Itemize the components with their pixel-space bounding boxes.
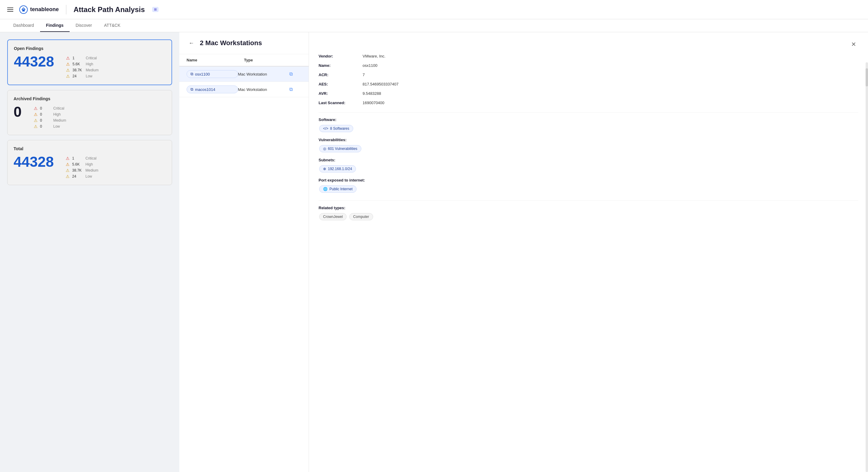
- stat-low-label: Low: [86, 74, 92, 78]
- modal-title: 2 Mac Workstations: [200, 39, 262, 47]
- page-badge: ⊞: [152, 7, 158, 12]
- subnets-badge[interactable]: ⊕ 192.168.1.0/24: [319, 165, 356, 172]
- total-stat-medium-count: 38.7K: [72, 168, 83, 172]
- software-badge-text: 8 Softwares: [330, 127, 349, 131]
- scrollbar-thumb[interactable]: [866, 68, 868, 87]
- detail-port-exposed: Port exposed to internet: 🌐 Public Inter…: [318, 178, 858, 193]
- related-types-badges: CrownJewel Computer: [318, 212, 374, 221]
- stat-medium-count: 38.7K: [72, 68, 83, 72]
- stat-high-count: 5.6K: [72, 62, 83, 66]
- col-name-header: Name: [187, 58, 244, 62]
- aes-value: 817.5469503337407: [363, 82, 398, 87]
- row1-name-cell: ⧉ osx1100: [187, 70, 238, 78]
- stat-low: ⚠ 24 Low: [66, 74, 98, 78]
- total-stat-medium: ⚠ 38.7K Medium: [66, 168, 98, 173]
- row2-name-cell: ⧉ macos1014: [187, 86, 238, 93]
- vendor-label: Vendor:: [318, 54, 358, 58]
- total-stat-high-count: 5.6K: [72, 162, 83, 166]
- related-types-label: Related types:: [318, 206, 358, 210]
- archived-stat-medium-label: Medium: [53, 118, 66, 123]
- row1-name: osx1100: [195, 72, 210, 76]
- tab-dashboard[interactable]: Dashboard: [7, 19, 40, 32]
- archived-stat-critical-count: 0: [40, 106, 51, 110]
- detail-software: Software: </> 8 Softwares: [318, 117, 858, 133]
- detail-subnets: Subnets: ⊕ 192.168.1.0/24: [318, 158, 858, 173]
- archived-warn-critical-icon: ⚠: [34, 106, 38, 111]
- node-badge-2: ⧉ macos1014: [187, 86, 238, 93]
- warn-critical-icon: ⚠: [66, 56, 70, 61]
- warn-medium-icon: ⚠: [66, 68, 70, 72]
- detail-name: Name: osx1100: [318, 63, 858, 68]
- archived-findings-card: Archived Findings 0 ⚠ 0 Critical ⚠ 0 Hig…: [7, 90, 172, 135]
- row1-type: Mac Workstation: [238, 72, 290, 76]
- row2-action[interactable]: ⧉: [289, 87, 301, 92]
- subnet-icon: ⊕: [323, 167, 326, 171]
- total-stat-medium-label: Medium: [85, 168, 98, 172]
- archived-findings-count: 0: [13, 104, 22, 120]
- related-type-1-badge[interactable]: CrownJewel: [319, 213, 347, 221]
- warn-high-icon: ⚠: [66, 62, 70, 67]
- total-findings-title: Total: [13, 146, 166, 151]
- tenable-logo-icon: [19, 5, 28, 14]
- modal-header: ← 2 Mac Workstations: [179, 32, 309, 54]
- vulnerabilities-badge[interactable]: ◎ 601 Vulnerabilities: [319, 145, 361, 152]
- menu-icon[interactable]: [7, 6, 14, 13]
- app-container: tenableone Attack Path Analysis ⊞ Dashbo…: [0, 0, 868, 472]
- table-row-1[interactable]: ⧉ osx1100 Mac Workstation ⧉: [179, 67, 309, 82]
- col-type-header: Type: [244, 58, 302, 62]
- port-exposed-label: Port exposed to internet:: [318, 178, 365, 182]
- total-findings-card: Total 44328 ⚠ 1 Critical ⚠ 5.6K High: [7, 140, 172, 185]
- stat-high-label: High: [86, 62, 93, 66]
- acr-label: ACR:: [318, 72, 358, 77]
- archived-warn-medium-icon: ⚠: [34, 118, 38, 123]
- total-warn-critical-icon: ⚠: [66, 156, 70, 161]
- total-findings-stats: ⚠ 1 Critical ⚠ 5.6K High ⚠ 38.7K Med: [66, 156, 98, 179]
- open-findings-title: Open Findings: [14, 46, 165, 51]
- subnets-value: 192.168.1.0/24: [328, 167, 352, 171]
- software-badge[interactable]: </> 8 Softwares: [319, 125, 353, 132]
- archived-stat-low-label: Low: [53, 124, 60, 129]
- archived-stat-critical-label: Critical: [53, 106, 64, 110]
- external-link-icon-2[interactable]: ⧉: [289, 87, 293, 92]
- related-type-1-text: CrownJewel: [323, 215, 343, 219]
- total-stat-critical-label: Critical: [85, 156, 96, 161]
- aes-label: AES:: [318, 82, 358, 87]
- open-findings-stats: ⚠ 1 Critical ⚠ 5.6K High ⚠ 38.7K Med: [66, 56, 98, 78]
- left-panel: Open Findings 44328 ⚠ 1 Critical ⚠ 5.6K …: [0, 32, 179, 472]
- port-exposed-value: Public Internet: [330, 187, 352, 191]
- node-icon-1: ⧉: [190, 72, 193, 76]
- archived-stat-medium-count: 0: [40, 118, 51, 123]
- detail-vendor: Vendor: VMware, Inc.: [318, 54, 858, 58]
- open-findings-count: 44328: [14, 53, 54, 70]
- row2-type: Mac Workstation: [238, 87, 290, 92]
- tab-attck[interactable]: ATT&CK: [98, 19, 126, 32]
- detail-acr: ACR: 7: [318, 72, 858, 77]
- total-findings-count: 44328: [13, 154, 54, 170]
- header: tenableone Attack Path Analysis ⊞: [0, 0, 868, 19]
- right-panel: Export Selected (0) → E w Path Priority …: [179, 32, 868, 472]
- close-button[interactable]: ✕: [849, 39, 858, 49]
- port-exposed-badge[interactable]: 🌐 Public Internet: [319, 186, 356, 193]
- stat-low-count: 24: [72, 74, 83, 78]
- row1-action[interactable]: ⧉: [289, 71, 301, 77]
- archived-stat-low-count: 0: [40, 124, 51, 129]
- scrollbar-track: [866, 62, 868, 472]
- related-type-2-badge[interactable]: Computer: [349, 213, 373, 221]
- modal-container: ← 2 Mac Workstations Name Type ⧉ osx: [179, 32, 868, 472]
- nav-tabs: Dashboard Findings Discover ATT&CK: [0, 19, 868, 32]
- stat-high: ⚠ 5.6K High: [66, 62, 98, 67]
- tab-findings[interactable]: Findings: [40, 19, 70, 32]
- total-stat-critical: ⚠ 1 Critical: [66, 156, 98, 161]
- code-icon: </>: [323, 127, 328, 131]
- name-label: Name:: [318, 63, 358, 68]
- external-link-icon-1[interactable]: ⧉: [289, 71, 293, 76]
- tab-discover[interactable]: Discover: [70, 19, 98, 32]
- software-label: Software:: [318, 117, 358, 122]
- detail-avr: AVR: 9.5483288: [318, 91, 858, 96]
- stat-critical-label: Critical: [86, 56, 97, 60]
- table-row-2[interactable]: ⧉ macos1014 Mac Workstation ⧉: [179, 82, 309, 97]
- back-button[interactable]: ←: [187, 38, 196, 48]
- total-stat-high: ⚠ 5.6K High: [66, 162, 98, 167]
- globe-icon: 🌐: [323, 187, 328, 191]
- archived-stat-medium: ⚠ 0 Medium: [34, 118, 66, 123]
